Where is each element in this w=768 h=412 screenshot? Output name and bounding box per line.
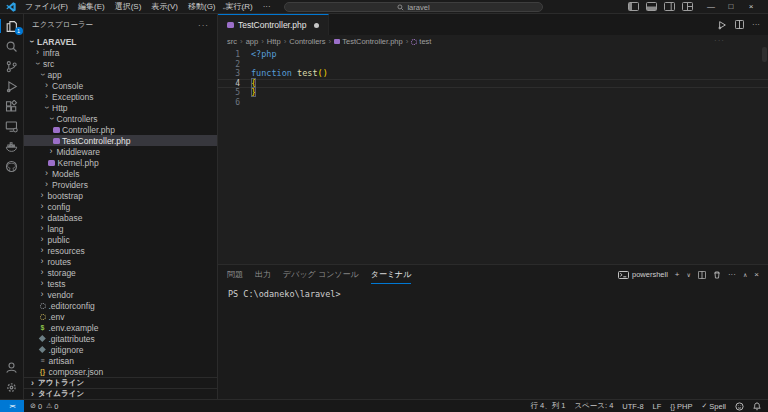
tree-item-providers[interactable]: ›Providers	[24, 179, 217, 190]
search-icon[interactable]	[0, 36, 24, 56]
new-terminal-icon[interactable]: +	[675, 270, 680, 279]
tree-item-src[interactable]: ›src	[24, 58, 217, 69]
sidebar-more-actions-icon[interactable]: ···	[198, 21, 209, 30]
close-panel-icon[interactable]: ×	[754, 270, 759, 279]
tree-item-infra[interactable]: ›infra	[24, 47, 217, 58]
tree-item-tests[interactable]: ›tests	[24, 278, 217, 289]
tree-item-.gitignore[interactable]: .gitignore	[24, 344, 217, 355]
terminal-output[interactable]: PS C:\odaneko\laravel>	[218, 284, 768, 399]
tree-item-artisan[interactable]: ≡artisan	[24, 355, 217, 366]
maximize-button-icon[interactable]: □	[721, 0, 741, 14]
panel-tab-item[interactable]: デバッグ コンソール	[283, 265, 359, 284]
account-icon[interactable]	[0, 357, 24, 377]
forward-icon[interactable]: →	[239, 2, 248, 12]
breadcrumb-item-src[interactable]: src	[227, 37, 237, 46]
modified-dot-icon[interactable]	[314, 23, 319, 28]
extensions-icon[interactable]	[0, 96, 24, 116]
editor-scrollbar[interactable]	[762, 47, 767, 62]
tree-item-.env[interactable]: .env	[24, 311, 217, 322]
item-label: Kernel.php	[58, 158, 99, 168]
explorer-icon[interactable]: 1	[0, 16, 24, 36]
source-control-icon[interactable]	[0, 56, 24, 76]
toggle-secondary-sidebar-icon[interactable]	[664, 2, 675, 11]
tree-item-controllers[interactable]: ›Controllers	[24, 113, 217, 124]
menu-item-1[interactable]: 編集(E)	[73, 0, 110, 14]
command-center-search[interactable]: laravel	[284, 2, 543, 12]
breadcrumb-item-testcontroller.php[interactable]: TestController.php	[334, 37, 402, 46]
settings-icon[interactable]	[0, 377, 24, 397]
menu-item-2[interactable]: 選択(S)	[110, 0, 147, 14]
run-debug-icon[interactable]	[0, 76, 24, 96]
tree-item-routes[interactable]: ›routes	[24, 256, 217, 267]
menu-item-6[interactable]: ···	[258, 0, 276, 14]
tree-item-config[interactable]: ›config	[24, 201, 217, 212]
close-button-icon[interactable]: ×	[741, 0, 761, 14]
panel-tab-item[interactable]: 問題	[227, 265, 243, 284]
editor-overlay-dots-icon[interactable]: ···	[714, 36, 725, 45]
docker-icon[interactable]	[0, 136, 24, 156]
tree-item-vendor[interactable]: ›vendor	[24, 289, 217, 300]
eol[interactable]: LF	[653, 402, 662, 411]
indentation[interactable]: スペース: 4	[574, 401, 613, 411]
terminal-profile[interactable]: powershell	[618, 270, 668, 279]
launch-profile-chevron-icon[interactable]: ∨	[687, 271, 691, 278]
tree-item-resources[interactable]: ›resources	[24, 245, 217, 256]
item-label: config	[48, 202, 71, 212]
tree-item-.env.example[interactable]: $.env.example	[24, 322, 217, 333]
encoding[interactable]: UTF-8	[622, 402, 643, 411]
panel-tab-terminal-active[interactable]: ターミナル	[371, 265, 412, 284]
outline-section[interactable]: ›アウトライン	[24, 377, 217, 388]
back-icon[interactable]: ←	[221, 2, 230, 12]
tree-item-middleware[interactable]: ›Middleware	[24, 146, 217, 157]
toggle-panel-icon[interactable]	[646, 2, 657, 11]
more-actions-icon[interactable]: ···	[752, 20, 760, 29]
tree-item-kernel.php[interactable]: Kernel.php	[24, 157, 217, 168]
tree-root-laravel[interactable]: › LARAVEL	[24, 36, 217, 47]
tree-item-app[interactable]: ›app	[24, 69, 217, 80]
tree-item-public[interactable]: ›public	[24, 234, 217, 245]
tree-item-.gitattributes[interactable]: .gitattributes	[24, 333, 217, 344]
tree-item-composer.json[interactable]: {}composer.json	[24, 366, 217, 377]
tree-item-testcontroller.php[interactable]: TestController.php	[24, 135, 217, 146]
notifications-bell-icon[interactable]	[753, 402, 761, 411]
tree-item-http[interactable]: ›Http	[24, 102, 217, 113]
cursor-position[interactable]: 行 4、列 1	[530, 401, 565, 411]
tree-item-controller.php[interactable]: Controller.php	[24, 124, 217, 135]
customize-layout-icon[interactable]	[682, 2, 693, 11]
toggle-sidebar-icon[interactable]	[628, 2, 639, 11]
menu-item-0[interactable]: ファイル(F)	[20, 0, 73, 14]
github-icon[interactable]	[0, 156, 24, 176]
code-editor[interactable]: 1<?php2 3function test()4{5}6	[218, 48, 768, 264]
breadcrumb-item-controllers[interactable]: Controllers	[289, 37, 325, 46]
breadcrumb-item-app[interactable]: app	[246, 37, 259, 46]
tree-item-bootstrap[interactable]: ›bootstrap	[24, 190, 217, 201]
maximize-panel-icon[interactable]: ∧	[743, 271, 747, 278]
kill-terminal-trash-icon[interactable]	[713, 271, 721, 279]
breadcrumb-item-http[interactable]: Http	[267, 37, 281, 46]
spell-checker[interactable]: ✓Spell	[701, 402, 726, 411]
menu-item-3[interactable]: 表示(V)	[146, 0, 183, 14]
tree-item-models[interactable]: ›Models	[24, 168, 217, 179]
tree-item-database[interactable]: ›database	[24, 212, 217, 223]
language-mode[interactable]: {}PHP	[670, 402, 692, 411]
problems-indicator[interactable]: ⊘ 0 ⚠ 0	[30, 402, 59, 411]
menu-item-4[interactable]: 移動(G)	[183, 0, 221, 14]
tree-item-exceptions[interactable]: ›Exceptions	[24, 91, 217, 102]
run-icon[interactable]	[717, 20, 727, 30]
remote-indicator[interactable]: ><	[0, 400, 24, 412]
remote-explorer-icon[interactable]	[0, 116, 24, 136]
tab-label: TestController.php	[238, 20, 307, 30]
minimize-button-icon[interactable]: —	[701, 0, 721, 14]
tree-item-console[interactable]: ›Console	[24, 80, 217, 91]
timeline-section[interactable]: ›タイムライン	[24, 388, 217, 399]
tab-testcontroller[interactable]: TestController.php	[218, 14, 329, 35]
tree-item-.editorconfig[interactable]: .editorconfig	[24, 300, 217, 311]
panel-more-actions-icon[interactable]: ···	[728, 270, 736, 279]
split-editor-icon[interactable]	[735, 20, 744, 29]
feedback-smiley-icon[interactable]	[735, 402, 744, 411]
split-terminal-icon[interactable]	[698, 271, 706, 279]
tree-item-storage[interactable]: ›storage	[24, 267, 217, 278]
tree-item-lang[interactable]: ›lang	[24, 223, 217, 234]
panel-tab-item[interactable]: 出力	[255, 265, 271, 284]
breadcrumb-item-test[interactable]: test	[411, 37, 431, 46]
